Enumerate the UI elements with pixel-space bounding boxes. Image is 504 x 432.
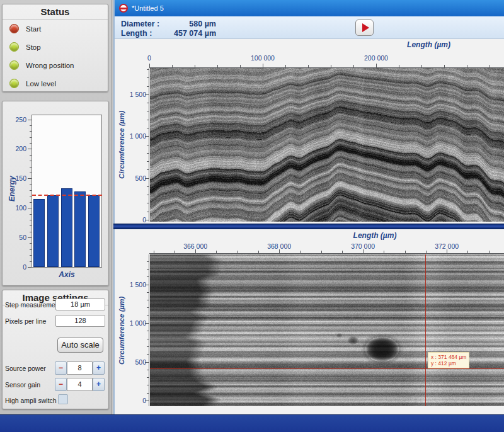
y-minor-tick	[147, 120, 149, 120]
y-minor-tick	[147, 103, 149, 103]
x-tick-label: 200 000	[357, 54, 395, 62]
step-measurement-field[interactable]: 18 µm	[55, 298, 105, 310]
y-minor-tick	[147, 354, 149, 355]
sensor-gain-decrement-button[interactable]: −	[55, 378, 67, 391]
source-power-decrement-button[interactable]: −	[55, 361, 67, 375]
x-minor-tick	[321, 251, 322, 253]
status-item-label: Wrong position	[26, 62, 74, 69]
top-scan-canvas[interactable]	[150, 68, 504, 222]
y-minor-tick	[147, 393, 149, 394]
status-item-label: Stop	[26, 43, 41, 51]
diameter-value: 580 µm	[151, 20, 216, 28]
tab-bar	[115, 0, 504, 16]
y-minor-tick	[147, 111, 149, 111]
sensor-gain-increment-button[interactable]: +	[93, 378, 105, 391]
x-major-tick	[149, 64, 150, 67]
x-minor-tick	[353, 65, 354, 67]
y-minor-tick	[147, 203, 149, 203]
energy-minor-tick	[30, 225, 32, 226]
y-minor-tick	[147, 153, 149, 154]
status-item: Start	[3, 20, 108, 38]
x-minor-tick	[490, 65, 490, 67]
energy-minor-tick	[30, 220, 32, 220]
y-minor-tick	[147, 77, 149, 78]
y-minor-tick	[147, 212, 149, 212]
y-tick-label: 1 000	[120, 319, 146, 327]
bottom-chart-y-axis-title: Circumference (µm)	[118, 277, 127, 384]
pixels-per-line-field[interactable]: 128	[55, 315, 105, 327]
x-minor-tick	[444, 65, 445, 67]
y-axis-line	[149, 68, 149, 222]
x-minor-tick	[342, 251, 343, 253]
x-minor-tick	[175, 251, 175, 253]
energy-bar	[88, 195, 100, 267]
cursor-crosshair-horizontal	[150, 368, 504, 369]
energy-minor-tick	[30, 243, 32, 244]
x-minor-tick	[216, 251, 217, 253]
energy-tick-label: 200	[4, 145, 26, 152]
x-minor-tick	[195, 65, 195, 67]
x-minor-tick	[308, 65, 309, 67]
x-tick-label: 372 000	[428, 242, 466, 250]
source-power-label: Source power	[5, 365, 46, 372]
energy-threshold-line	[32, 195, 102, 196]
sensor-gain-value[interactable]: 4	[67, 378, 93, 391]
x-tick-label: 370 000	[344, 242, 382, 250]
tab-untitled[interactable]: *Untitled 5	[132, 4, 164, 12]
bottom-scan-canvas[interactable]	[150, 254, 504, 406]
y-minor-tick	[147, 145, 149, 145]
energy-x-axis-title: Axis	[32, 270, 102, 279]
x-minor-tick	[217, 65, 218, 67]
y-minor-tick	[147, 86, 149, 87]
chart-splitter-handle[interactable]	[113, 224, 504, 229]
wrong-position-led-icon	[9, 60, 19, 70]
y-tick-label: 0	[120, 216, 146, 224]
y-tick-label: 500	[120, 358, 146, 366]
energy-minor-tick	[30, 255, 32, 256]
energy-minor-tick	[30, 137, 32, 138]
application-window: Status StartStopWrong positionLow level …	[0, 0, 504, 432]
high-ampli-switch-checkbox[interactable]	[58, 394, 68, 404]
y-minor-tick	[147, 339, 149, 339]
auto-scale-button[interactable]: Auto scale	[57, 338, 103, 353]
y-minor-tick	[147, 195, 149, 195]
energy-minor-tick	[30, 143, 32, 144]
x-minor-tick	[300, 251, 301, 253]
play-button[interactable]	[355, 20, 374, 36]
y-minor-tick	[147, 307, 149, 308]
x-minor-tick	[384, 251, 384, 253]
x-minor-tick	[331, 65, 331, 67]
energy-tick-label: 250	[4, 116, 26, 123]
energy-major-tick	[28, 208, 32, 208]
cursor-x-value: x : 371 484 µm	[431, 354, 466, 360]
y-minor-tick	[147, 292, 149, 293]
source-power-increment-button[interactable]: +	[93, 361, 105, 375]
length-label: Length :	[121, 29, 152, 38]
status-item: Stop	[3, 38, 108, 56]
x-minor-tick	[154, 251, 154, 253]
x-minor-tick	[405, 251, 406, 253]
energy-minor-tick	[30, 131, 32, 132]
y-minor-tick	[147, 370, 149, 370]
energy-bar	[47, 195, 59, 267]
top-chart-y-axis-title: Circumference (µm)	[118, 91, 127, 198]
energy-tick-label: 0	[4, 263, 26, 271]
energy-tick-label: 100	[4, 204, 26, 212]
energy-tick-label: 150	[4, 174, 26, 182]
sensor-gain-label: Sensor gain	[5, 381, 40, 389]
y-tick-label: 500	[120, 174, 146, 182]
x-minor-tick	[285, 65, 286, 67]
y-tick-label: 1 500	[120, 91, 146, 98]
y-minor-tick	[147, 300, 149, 300]
status-item: Low level	[3, 74, 108, 93]
source-power-value[interactable]: 8	[67, 361, 93, 375]
energy-minor-tick	[30, 161, 32, 161]
x-minor-tick	[399, 65, 399, 67]
energy-major-tick	[28, 149, 32, 149]
x-minor-tick	[467, 251, 468, 253]
status-item-label: Low level	[26, 80, 56, 88]
x-axis-line	[149, 253, 504, 254]
energy-y-axis-title: Energy	[8, 142, 18, 236]
energy-bar	[74, 191, 86, 267]
energy-tick-label: 50	[4, 234, 26, 241]
